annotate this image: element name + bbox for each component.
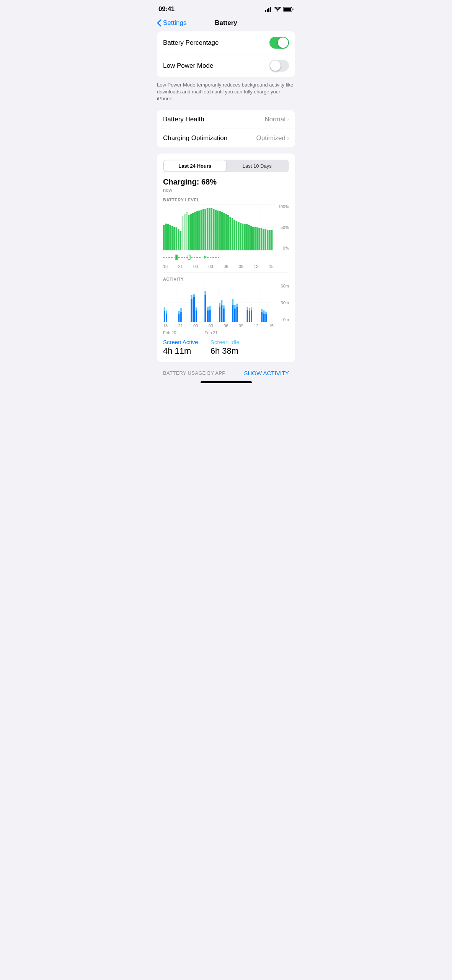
charging-optimization-right: Optimized › [256, 134, 289, 142]
svg-rect-109 [207, 307, 209, 310]
battery-percentage-toggle[interactable] [269, 37, 289, 49]
ax-label-03: 03 [209, 323, 213, 328]
ax-label-15: 15 [269, 323, 274, 328]
page-title: Battery [215, 19, 237, 27]
x-label-21: 21 [178, 264, 183, 269]
svg-rect-97 [178, 311, 180, 314]
home-indicator-area [151, 378, 301, 389]
y-label-100: 100% [275, 204, 289, 209]
svg-rect-132 [263, 314, 265, 322]
svg-rect-38 [207, 208, 209, 250]
battery-chart-container: 100% 50% 0% [163, 204, 289, 250]
last-24-hours-btn[interactable]: Last 24 Hours [164, 160, 226, 172]
svg-rect-124 [247, 310, 248, 322]
svg-rect-103 [193, 294, 195, 297]
svg-rect-42 [215, 210, 217, 250]
svg-rect-27 [184, 214, 186, 250]
svg-rect-69 [271, 230, 273, 250]
battery-usage-label: BATTERY USAGE BY APP [163, 370, 225, 376]
screen-active-legend: Screen Active 4h 11m [163, 339, 198, 356]
svg-rect-126 [249, 311, 250, 322]
svg-rect-29 [188, 215, 190, 250]
activity-legend: Screen Active 4h 11m Screen Idle 6h 38m [163, 339, 289, 356]
battery-usage-footer: BATTERY USAGE BY APP SHOW ACTIVITY [157, 365, 295, 378]
charging-optimization-row[interactable]: Charging Optimization Optimized › [157, 129, 295, 147]
svg-rect-3 [270, 7, 271, 12]
svg-rect-32 [194, 212, 196, 250]
chart-divider [163, 273, 289, 273]
svg-rect-39 [209, 208, 210, 250]
svg-rect-57 [246, 224, 248, 250]
svg-rect-28 [186, 212, 188, 250]
svg-rect-20 [169, 225, 171, 250]
date-feb20: Feb 20 [163, 330, 191, 335]
time-period-toggle[interactable]: Last 24 Hours Last 10 Days [163, 160, 289, 172]
svg-rect-45 [221, 212, 223, 250]
svg-rect-47 [225, 214, 227, 250]
ax-label-00: 00 [193, 323, 198, 328]
svg-rect-101 [191, 295, 193, 299]
x-label-12: 12 [254, 264, 258, 269]
svg-rect-21 [171, 226, 173, 250]
show-activity-button[interactable]: SHOW ACTIVITY [244, 370, 289, 376]
back-label: Settings [163, 19, 186, 27]
svg-rect-105 [196, 307, 197, 310]
battery-percentage-row[interactable]: Battery Percentage [157, 31, 295, 54]
activity-chart-area [163, 284, 274, 322]
svg-rect-40 [211, 208, 213, 250]
wifi-icon [274, 7, 281, 12]
svg-rect-65 [263, 229, 264, 250]
activity-label: ACTIVITY [163, 277, 289, 281]
charging-indicators-row [163, 252, 274, 263]
svg-rect-68 [269, 230, 271, 250]
low-power-mode-toggle[interactable] [269, 60, 289, 72]
svg-rect-113 [219, 303, 220, 307]
back-button[interactable]: Settings [157, 19, 186, 27]
charging-time: now [163, 187, 289, 193]
svg-rect-51 [233, 220, 235, 250]
y-label-0: 0% [275, 246, 289, 250]
svg-rect-36 [202, 209, 204, 250]
svg-rect-100 [191, 299, 193, 322]
svg-rect-24 [178, 229, 179, 250]
svg-rect-50 [232, 218, 233, 250]
battery-health-right: Normal › [264, 116, 289, 123]
svg-rect-119 [232, 299, 234, 305]
low-power-description: Low Power Mode temporarily reduces backg… [151, 80, 301, 107]
low-power-mode-row[interactable]: Low Power Mode [157, 54, 295, 77]
battery-percentage-label: Battery Percentage [163, 39, 219, 47]
date-feb21: Feb 21 [204, 330, 232, 335]
battery-health-row[interactable]: Battery Health Normal › [157, 110, 295, 129]
usage-chart-card: Last 24 Hours Last 10 Days Charging: 68%… [157, 154, 295, 362]
svg-rect-134 [265, 314, 267, 322]
svg-rect-128 [251, 310, 252, 322]
ax-label-18: 18 [163, 323, 168, 328]
screen-active-value: 4h 11m [163, 346, 198, 356]
signal-icon [265, 7, 272, 12]
last-10-days-btn[interactable]: Last 10 Days [226, 160, 289, 172]
svg-rect-49 [229, 217, 231, 250]
svg-rect-53 [238, 222, 240, 250]
svg-rect-67 [267, 230, 269, 250]
chevron-right-icon-2: › [287, 135, 289, 141]
svg-rect-135 [265, 312, 267, 314]
svg-rect-131 [261, 309, 263, 312]
svg-rect-120 [234, 309, 236, 322]
x-label-15: 15 [269, 264, 274, 269]
svg-rect-78 [189, 256, 189, 258]
charging-optimization-label: Charging Optimization [163, 134, 227, 142]
svg-rect-63 [258, 228, 260, 250]
svg-rect-6 [284, 8, 291, 11]
x-label-00: 00 [193, 264, 198, 269]
svg-rect-94 [166, 314, 167, 322]
svg-rect-129 [251, 307, 252, 310]
activity-x-labels: 18 21 00 03 06 09 12 15 [163, 323, 274, 328]
y-label-0m: 0m [275, 317, 289, 322]
svg-rect-19 [167, 224, 169, 250]
svg-rect-107 [204, 291, 206, 295]
svg-rect-99 [180, 308, 182, 312]
date-empty [191, 330, 204, 335]
svg-rect-64 [261, 228, 263, 250]
svg-rect-31 [192, 213, 194, 250]
charging-optimization-value: Optimized [256, 134, 286, 142]
